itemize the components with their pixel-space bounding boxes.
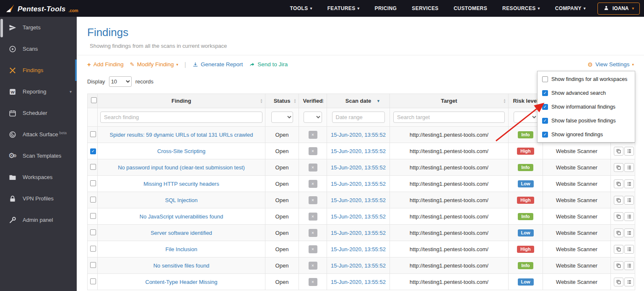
sidebar-item-scan-templates[interactable]: ⚙⚙Scan Templates [0, 145, 77, 166]
row-checkbox[interactable] [90, 246, 96, 252]
verified-toggle-button[interactable]: × [309, 180, 317, 188]
sidebar-item-targets[interactable]: Targets [0, 17, 77, 38]
menu-checkbox[interactable] [542, 76, 548, 82]
sidebar-item-scans[interactable]: Scans [0, 38, 77, 60]
sort-icon[interactable]: ▲▼ [260, 99, 263, 104]
col-header-finding[interactable]: Finding ▲▼ [98, 94, 265, 108]
copy-finding-button[interactable] [614, 147, 623, 156]
finding-details-button[interactable] [624, 261, 634, 270]
nav-item-company[interactable]: COMPANY▾ [555, 5, 586, 11]
row-checkbox[interactable] [90, 278, 96, 284]
nav-item-resources[interactable]: RESOURCES▾ [502, 5, 540, 11]
verified-toggle-button[interactable]: × [309, 196, 317, 204]
finding-link[interactable]: No password input found (clear-text subm… [118, 164, 245, 171]
sidebar-item-scheduler[interactable]: Scheduler [0, 102, 77, 124]
pentest-tools-logo[interactable]: Pentest-Tools .com [5, 3, 78, 14]
nav-item-customers[interactable]: CUSTOMERS [454, 5, 487, 11]
copy-finding-button[interactable] [614, 278, 623, 286]
scan-date-link[interactable]: 15-Jun-2020, 13:55:52 [331, 246, 386, 252]
finding-details-button[interactable] [624, 229, 634, 237]
menu-checkbox[interactable]: ✓ [542, 132, 548, 138]
sidebar-item-reporting[interactable]: WReporting▾ [0, 81, 77, 102]
scan-date-link[interactable]: 15-Jun-2020, 13:55:52 [331, 197, 386, 203]
copy-finding-button[interactable] [614, 196, 623, 205]
finding-link[interactable]: Cross-Site Scripting [157, 148, 205, 154]
col-header-scan-date[interactable]: Scan date ▼ [327, 94, 390, 108]
status-filter-select[interactable] [271, 112, 293, 123]
finding-link[interactable]: Missing HTTP security headers [143, 181, 219, 187]
menu-checkbox[interactable]: ✓ [542, 118, 548, 124]
row-checkbox[interactable] [90, 229, 96, 235]
scan-date-link[interactable]: 15-Jun-2020, 13:55:52 [331, 132, 386, 138]
scan-date-link[interactable]: 15-Jun-2020, 13:55:52 [331, 230, 386, 236]
verified-toggle-button[interactable]: × [309, 213, 317, 221]
date-range-input[interactable] [332, 112, 385, 123]
finding-details-button[interactable] [624, 179, 634, 188]
nav-item-pricing[interactable]: PRICING [375, 5, 397, 11]
row-checkbox[interactable] [90, 131, 96, 137]
copy-finding-button[interactable] [614, 245, 623, 254]
sidebar-item-attack-surface[interactable]: Attack Surfacebeta [0, 124, 77, 145]
row-checkbox[interactable] [90, 180, 96, 186]
finding-details-button[interactable] [624, 212, 634, 221]
view-settings-button[interactable]: ⚙ View Settings ▾ [587, 61, 634, 68]
verified-filter-select[interactable] [304, 112, 322, 123]
risk-filter-select[interactable] [514, 112, 538, 123]
scan-date-link[interactable]: 15-Jun-2020, 13:55:52 [331, 181, 386, 187]
scan-date-link[interactable]: 15-Jun-2020, 13:55:52 [331, 164, 386, 171]
generate-report-button[interactable]: Generate Report [192, 61, 243, 68]
finding-filter-input[interactable] [100, 112, 262, 123]
finding-link[interactable]: No JavaScript vulnerabilities found [140, 213, 223, 220]
sidebar-scrollbar-thumb[interactable] [0, 19, 3, 37]
finding-details-button[interactable] [624, 278, 634, 286]
menu-checkbox[interactable]: ✓ [542, 104, 548, 110]
sidebar-item-workspaces[interactable]: Workspaces [0, 166, 77, 188]
target-filter-input[interactable] [393, 112, 505, 123]
col-header-target[interactable]: Target ▲▼ [390, 94, 509, 108]
col-header-status[interactable]: Status ▲▼ [265, 94, 299, 108]
sort-icon[interactable]: ▲▼ [503, 99, 506, 104]
modify-finding-button[interactable]: ✎ Modify Finding ▾ [130, 61, 178, 68]
scan-date-link[interactable]: 15-Jun-2020, 13:55:52 [331, 213, 386, 220]
menu-item-show-ignored-findings[interactable]: ✓Show ignored findings [538, 127, 635, 141]
verified-toggle-button[interactable]: × [309, 262, 317, 270]
copy-finding-button[interactable] [614, 179, 623, 188]
sidebar-item-admin-panel[interactable]: Admin panel [0, 209, 77, 231]
finding-details-button[interactable] [624, 147, 634, 156]
scan-date-link[interactable]: 15-Jun-2020, 13:55:52 [331, 279, 386, 285]
menu-item-show-false-positive-findings[interactable]: ✓Show false positive findings [538, 114, 635, 127]
sort-icon[interactable]: ▲▼ [293, 99, 296, 104]
finding-link[interactable]: File Inclusion [166, 246, 197, 252]
verified-toggle-button[interactable]: × [309, 278, 317, 286]
finding-link[interactable]: Content-Type Header Missing [145, 279, 218, 285]
row-checkbox[interactable] [90, 262, 96, 268]
finding-details-button[interactable] [624, 163, 634, 172]
finding-details-button[interactable] [624, 196, 634, 205]
col-header-verified[interactable]: Verified ▲▼ [299, 94, 327, 108]
user-menu-button[interactable]: IOANA ▾ [597, 3, 640, 15]
finding-link[interactable]: SQL Injection [165, 197, 198, 203]
finding-details-button[interactable] [624, 245, 634, 254]
finding-link[interactable]: Spider results: 59 dynamic URLs of total… [110, 132, 253, 138]
nav-item-tools[interactable]: TOOLS▾ [290, 5, 312, 11]
finding-link[interactable]: Server software identified [151, 230, 212, 236]
sort-icon[interactable]: ▲▼ [322, 99, 325, 104]
select-all-checkbox[interactable] [91, 97, 97, 103]
add-finding-button[interactable]: + Add Finding [87, 61, 124, 68]
menu-checkbox[interactable]: ✓ [542, 90, 548, 96]
row-checkbox[interactable] [90, 213, 96, 219]
nav-item-services[interactable]: SERVICES [412, 5, 439, 11]
row-checkbox[interactable] [90, 197, 96, 203]
menu-item-show-informational-findings[interactable]: ✓Show informational findings [538, 100, 635, 114]
copy-finding-button[interactable] [614, 163, 623, 172]
sidebar-item-vpn-profiles[interactable]: VPN Profiles [0, 188, 77, 209]
row-checkbox[interactable] [90, 164, 96, 170]
verified-toggle-button[interactable]: × [309, 131, 317, 139]
sidebar-item-findings[interactable]: Findings [0, 60, 77, 81]
copy-finding-button[interactable] [614, 212, 623, 221]
copy-finding-button[interactable] [614, 261, 623, 270]
scan-date-link[interactable]: 15-Jun-2020, 13:55:52 [331, 148, 386, 154]
send-to-jira-button[interactable]: Send to Jira [249, 61, 288, 68]
nav-item-features[interactable]: FEATURES▾ [327, 5, 360, 11]
copy-finding-button[interactable] [614, 229, 623, 237]
